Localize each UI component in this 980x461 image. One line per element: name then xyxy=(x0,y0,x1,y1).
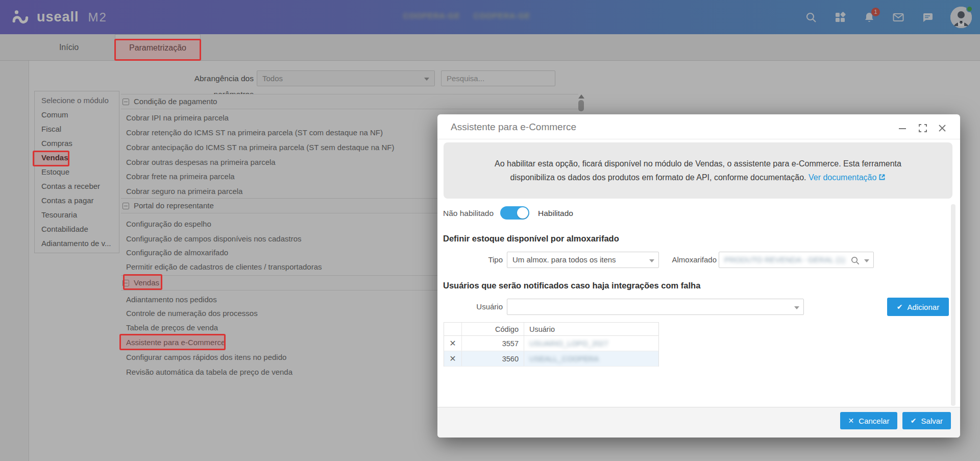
usuario-label: Usuário xyxy=(469,299,503,315)
usuario-cell-redacted: USUARIO_LOPO_2027 xyxy=(524,336,658,351)
adicionar-button[interactable]: ✔ Adicionar xyxy=(887,298,949,316)
modal-body-scrollbar[interactable] xyxy=(951,204,955,406)
salvar-button[interactable]: ✔ Salvar xyxy=(902,412,951,429)
tipo-label: Tipo xyxy=(476,252,503,268)
info-text-line1: Ao habilitar esta opção, ficará disponív… xyxy=(474,157,922,171)
maximize-icon[interactable] xyxy=(917,123,928,134)
info-banner: Ao habilitar esta opção, ficará disponív… xyxy=(444,142,952,199)
usuario-column-header: Usuário xyxy=(524,323,658,335)
titlebar-divider xyxy=(437,139,960,139)
dialog-title: Assistente para e-Commerce xyxy=(451,122,576,133)
annotation-box-vendas-module xyxy=(33,151,69,166)
salvar-button-label: Salvar xyxy=(921,417,943,425)
toggle-off-label: Não habilitado xyxy=(443,206,494,220)
annotation-box-assistente-ecommerce xyxy=(119,334,226,350)
check-icon: ✔ xyxy=(897,303,903,311)
codigo-cell: 3560 xyxy=(462,351,524,366)
delete-row-icon[interactable]: ✕ xyxy=(449,339,456,348)
usuario-combo[interactable] xyxy=(507,299,804,315)
annotation-box-parametrizacao xyxy=(114,39,201,61)
tipo-select[interactable]: Um almox. para todos os itens xyxy=(507,252,659,268)
delete-column-header xyxy=(444,323,462,335)
notified-users-table: Código Usuário ✕ 3557 USUARIO_LOPO_2027 … xyxy=(444,322,659,367)
toggle-on-label: Habilitado xyxy=(538,206,573,220)
annotation-box-vendas-group xyxy=(123,274,162,290)
ver-documentacao-link[interactable]: Ver documentação xyxy=(808,173,876,182)
table-row[interactable]: ✕ 3557 USUARIO_LOPO_2027 xyxy=(444,336,658,351)
adicionar-button-label: Adicionar xyxy=(908,303,940,311)
chevron-down-icon xyxy=(649,259,654,262)
section-users-heading: Usuários que serão notificados caso haja… xyxy=(443,281,700,290)
info-text: disponibiliza os dados dos produtos em f… xyxy=(510,173,806,182)
almoxarifado-combo[interactable]: PRODUTO REVENDA - GERAL (1) xyxy=(719,252,874,268)
almoxarifado-label: Almoxarifado xyxy=(670,252,717,268)
table-row[interactable]: ✕ 3560 USEALL_COOPERA xyxy=(444,351,658,367)
codigo-column-header: Código xyxy=(462,323,524,335)
section-stock-heading: Definir estoque disponível por almoxarif… xyxy=(443,234,619,244)
x-icon: ✕ xyxy=(848,417,854,425)
tipo-select-value: Um almox. para todos os itens xyxy=(512,255,616,264)
close-icon[interactable] xyxy=(937,123,948,134)
external-link-icon xyxy=(878,171,886,178)
usuario-cell-redacted: USEALL_COOPERA xyxy=(524,351,658,366)
cancelar-button-label: Cancelar xyxy=(859,417,889,425)
dialog-footer: ✕ Cancelar ✔ Salvar xyxy=(437,407,960,438)
minimize-icon[interactable] xyxy=(897,123,908,134)
codigo-cell: 3557 xyxy=(462,336,524,351)
chevron-down-icon xyxy=(864,259,869,262)
toggle-knob xyxy=(517,207,528,219)
info-text-line2: disponibiliza os dados dos produtos em f… xyxy=(474,171,922,184)
table-header-row: Código Usuário xyxy=(444,323,658,336)
chevron-down-icon xyxy=(794,306,799,309)
enable-toggle[interactable] xyxy=(500,206,529,220)
almoxarifado-value-redacted: PRODUTO REVENDA - GERAL (1) xyxy=(724,255,845,264)
cancelar-button[interactable]: ✕ Cancelar xyxy=(840,412,897,429)
magnifier-icon[interactable] xyxy=(850,255,860,265)
delete-row-icon[interactable]: ✕ xyxy=(449,354,456,363)
check-icon: ✔ xyxy=(911,417,917,425)
assistente-ecommerce-dialog: Assistente para e-Commerce Ao habilitar … xyxy=(437,114,960,438)
